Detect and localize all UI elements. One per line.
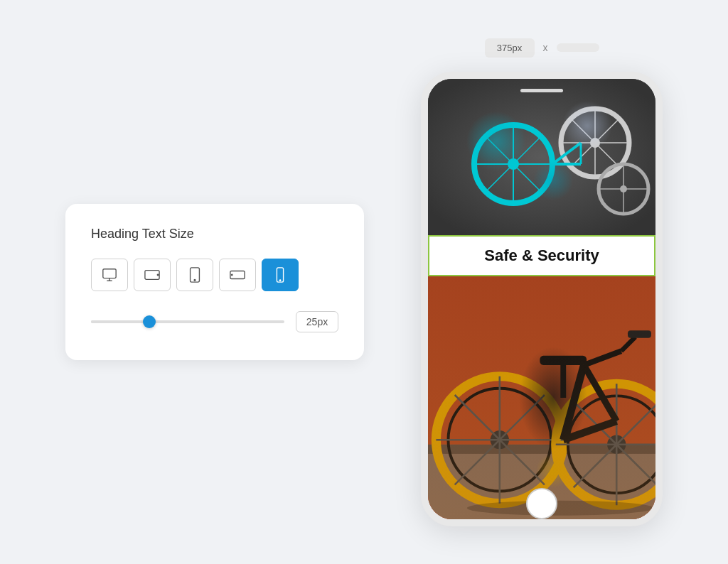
svg-line-68 bbox=[563, 364, 584, 439]
svg-line-20 bbox=[486, 136, 513, 164]
dimension-bar: 375px x bbox=[485, 38, 599, 58]
svg-line-64 bbox=[616, 401, 655, 445]
svg-line-30 bbox=[571, 119, 595, 143]
svg-line-29 bbox=[595, 119, 619, 143]
svg-rect-45 bbox=[428, 444, 655, 453]
desktop-icon bbox=[102, 267, 117, 283]
svg-rect-72 bbox=[540, 355, 587, 364]
panel-title: Heading Text Size bbox=[91, 227, 338, 242]
device-btn-mobile-landscape[interactable] bbox=[219, 259, 256, 291]
phone-preview-panel: 375px x bbox=[421, 38, 663, 526]
svg-line-65 bbox=[574, 401, 617, 445]
svg-point-59 bbox=[607, 435, 626, 453]
device-btn-tablet-landscape[interactable] bbox=[134, 259, 171, 291]
svg-point-46 bbox=[436, 376, 563, 503]
svg-point-48 bbox=[491, 430, 509, 449]
phone-speaker bbox=[520, 89, 563, 92]
svg-point-4 bbox=[157, 274, 159, 276]
svg-rect-0 bbox=[103, 269, 116, 278]
svg-line-70 bbox=[584, 364, 616, 421]
svg-line-66 bbox=[616, 444, 655, 487]
svg-rect-11 bbox=[428, 79, 655, 235]
slider-value-display[interactable]: 25px bbox=[296, 311, 338, 332]
svg-line-53 bbox=[500, 395, 545, 440]
svg-point-47 bbox=[448, 388, 551, 491]
slider-row: 25px bbox=[91, 311, 338, 332]
device-btn-mobile-portrait[interactable] bbox=[262, 259, 299, 291]
bike-image-bottom-visual bbox=[428, 276, 655, 519]
bike-image-bottom bbox=[428, 276, 655, 519]
svg-point-37 bbox=[620, 185, 627, 192]
svg-point-13 bbox=[474, 125, 552, 203]
svg-line-22 bbox=[486, 164, 513, 192]
svg-point-36 bbox=[599, 164, 648, 214]
slider-thumb[interactable] bbox=[143, 315, 156, 328]
svg-line-56 bbox=[455, 440, 500, 484]
svg-line-32 bbox=[571, 143, 595, 167]
slider-track[interactable] bbox=[91, 320, 284, 323]
device-btn-tablet-portrait[interactable] bbox=[176, 259, 213, 291]
heading-text-size-panel: Heading Text Size bbox=[65, 204, 364, 360]
svg-line-21 bbox=[513, 164, 541, 192]
main-container: Heading Text Size bbox=[0, 0, 728, 564]
phone-home-button[interactable] bbox=[526, 488, 557, 519]
bike-image-top-visual bbox=[428, 79, 655, 235]
dimension-x-label: x bbox=[543, 42, 548, 53]
heading-box: Safe & Security bbox=[428, 235, 655, 276]
tablet-landscape-icon bbox=[144, 267, 160, 283]
svg-line-31 bbox=[595, 143, 619, 167]
svg-line-74 bbox=[621, 337, 636, 351]
svg-rect-43 bbox=[428, 276, 655, 445]
device-btn-desktop[interactable] bbox=[91, 259, 128, 291]
svg-point-6 bbox=[194, 279, 196, 281]
mobile-portrait-icon bbox=[272, 267, 288, 283]
mobile-landscape-icon bbox=[230, 267, 245, 283]
phone-frame: Safe & Security bbox=[421, 72, 663, 526]
width-input[interactable]: 375px bbox=[485, 38, 535, 58]
heading-text: Safe & Security bbox=[484, 246, 599, 265]
svg-point-58 bbox=[568, 396, 655, 493]
phone-content: Safe & Security bbox=[428, 79, 655, 519]
height-input[interactable] bbox=[557, 43, 599, 52]
svg-point-23 bbox=[561, 109, 629, 177]
tablet-portrait-icon bbox=[187, 267, 203, 283]
svg-point-76 bbox=[467, 500, 654, 515]
svg-line-19 bbox=[513, 136, 541, 164]
phone-wrapper: Safe & Security bbox=[421, 72, 663, 526]
svg-point-57 bbox=[556, 384, 655, 505]
bike-image-top bbox=[428, 79, 655, 235]
svg-line-67 bbox=[574, 444, 617, 487]
svg-rect-42 bbox=[428, 276, 655, 519]
svg-line-54 bbox=[455, 395, 500, 440]
svg-rect-12 bbox=[428, 79, 655, 235]
svg-line-33 bbox=[552, 143, 581, 164]
slider-fill bbox=[91, 320, 149, 323]
svg-rect-75 bbox=[628, 330, 651, 338]
device-icon-group bbox=[91, 259, 338, 291]
svg-point-8 bbox=[231, 274, 232, 275]
svg-line-71 bbox=[584, 351, 621, 365]
svg-line-69 bbox=[563, 421, 616, 439]
svg-point-10 bbox=[279, 280, 280, 281]
svg-line-55 bbox=[500, 440, 545, 484]
svg-point-24 bbox=[590, 138, 600, 148]
svg-point-14 bbox=[508, 158, 519, 170]
